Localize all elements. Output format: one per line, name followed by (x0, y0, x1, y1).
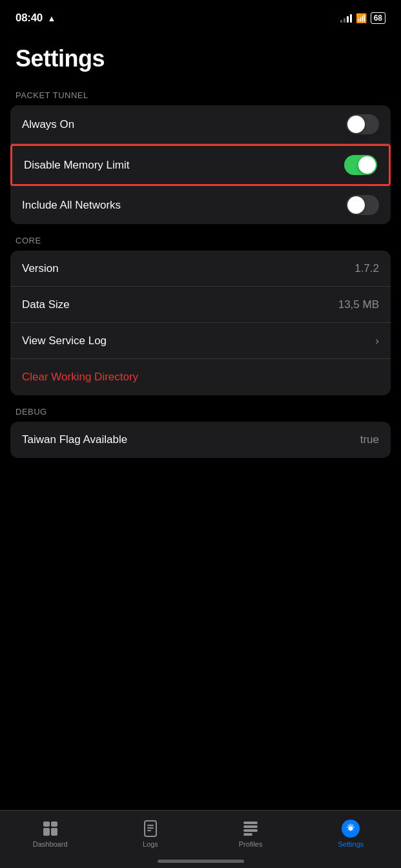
dashboard-icon (41, 820, 59, 838)
svg-rect-7 (147, 830, 151, 831)
svg-rect-1 (51, 822, 57, 827)
section-label-core: CORE (0, 224, 401, 251)
version-row: Version 1.7.2 (10, 251, 391, 287)
profiles-icon (242, 820, 260, 838)
always-on-label: Always On (22, 118, 74, 131)
view-service-log-row[interactable]: View Service Log › (10, 323, 391, 359)
svg-rect-8 (243, 822, 258, 824)
logs-tab-label: Logs (143, 840, 158, 848)
svg-rect-6 (147, 827, 154, 829)
include-all-networks-row: Include All Networks (10, 186, 391, 224)
svg-rect-2 (43, 828, 50, 836)
clear-working-directory-row[interactable]: Clear Working Directory (10, 359, 391, 395)
packet-tunnel-group: Always On Disable Memory Limit Include A… (10, 105, 391, 224)
taiwan-flag-row: Taiwan Flag Available true (10, 422, 391, 458)
data-size-value: 13,5 MB (338, 298, 379, 311)
location-icon: ▲ (47, 14, 56, 23)
version-label: Version (22, 262, 59, 275)
battery-icon: 68 (371, 12, 386, 24)
tab-profiles[interactable]: Profiles (201, 820, 301, 848)
include-all-networks-toggle-thumb (347, 196, 365, 214)
include-all-networks-toggle[interactable] (346, 195, 379, 215)
wifi-icon: 📶 (356, 13, 367, 23)
disable-memory-limit-toggle[interactable] (344, 155, 377, 175)
data-size-label: Data Size (22, 298, 70, 311)
always-on-toggle-thumb (347, 116, 365, 133)
tab-dashboard[interactable]: Dashboard (0, 820, 100, 848)
status-icons: 📶 68 (340, 12, 386, 24)
tab-settings[interactable]: Settings (301, 820, 401, 848)
clear-working-directory-label: Clear Working Directory (22, 371, 138, 384)
svg-rect-11 (243, 833, 252, 836)
svg-rect-9 (243, 825, 258, 828)
view-service-log-label: View Service Log (22, 335, 107, 347)
status-time: 08:40 ▲ (15, 12, 56, 25)
disable-memory-limit-label: Disable Memory Limit (24, 159, 129, 172)
home-indicator (158, 860, 244, 863)
tab-logs[interactable]: Logs (100, 820, 200, 848)
core-group: Version 1.7.2 Data Size 13,5 MB View Ser… (10, 251, 391, 395)
page-title: Settings (0, 32, 401, 79)
section-label-packet-tunnel: PACKET TUNNEL (0, 79, 401, 105)
include-all-networks-label: Include All Networks (22, 199, 121, 212)
logs-icon (141, 820, 159, 838)
svg-rect-3 (51, 828, 57, 836)
dashboard-tab-label: Dashboard (33, 840, 68, 848)
always-on-row: Always On (10, 105, 391, 144)
taiwan-flag-label: Taiwan Flag Available (22, 433, 127, 446)
svg-rect-0 (43, 822, 50, 827)
section-label-debug: DEBUG (0, 395, 401, 422)
taiwan-flag-value: true (360, 433, 379, 446)
profiles-tab-label: Profiles (239, 840, 263, 848)
version-value: 1.7.2 (355, 262, 379, 275)
svg-rect-10 (243, 829, 258, 832)
data-size-row: Data Size 13,5 MB (10, 287, 391, 323)
always-on-toggle[interactable] (346, 114, 379, 134)
status-bar: 08:40 ▲ 📶 68 (0, 0, 401, 32)
signal-icon (340, 14, 352, 23)
settings-icon (342, 820, 360, 838)
settings-tab-label: Settings (338, 840, 364, 848)
disable-memory-limit-row: Disable Memory Limit (10, 144, 391, 186)
debug-group: Taiwan Flag Available true (10, 422, 391, 458)
svg-rect-5 (147, 825, 154, 826)
disable-memory-limit-toggle-thumb (358, 156, 376, 174)
chevron-right-icon: › (375, 335, 379, 347)
